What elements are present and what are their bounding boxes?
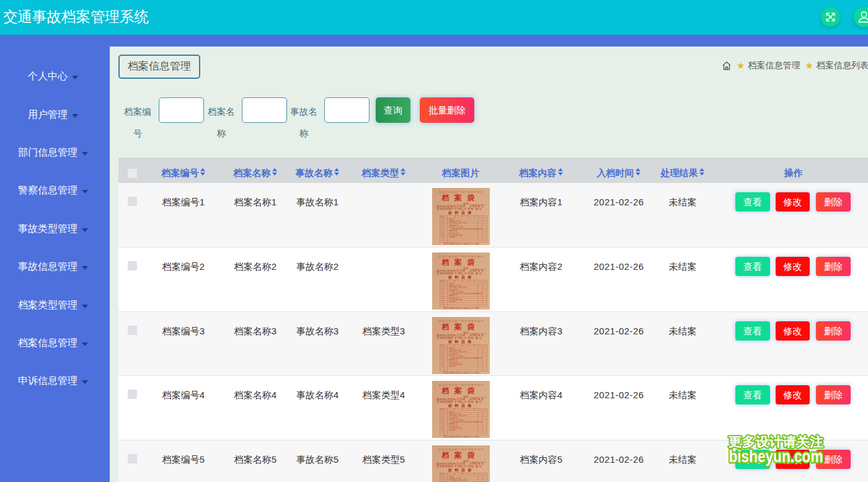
svg-text:页: 页 bbox=[479, 408, 481, 411]
svg-text:料: 料 bbox=[461, 408, 463, 411]
svg-text:称: 称 bbox=[473, 473, 475, 475]
svg-text:称: 称 bbox=[473, 280, 475, 282]
svg-text:材: 材 bbox=[453, 473, 456, 475]
svg-text:材料目录: 材料目录 bbox=[448, 403, 474, 408]
svg-text:页: 页 bbox=[479, 344, 481, 347]
svg-text:名: 名 bbox=[467, 280, 469, 282]
svg-text:名: 名 bbox=[467, 473, 469, 475]
svg-text:册 号: 册 号 bbox=[476, 400, 482, 403]
svg-text:材料目录: 材料目录 bbox=[448, 339, 474, 344]
svg-text:档案袋: 档案袋 bbox=[441, 451, 480, 460]
svg-text:称: 称 bbox=[473, 344, 475, 347]
svg-text:序 号: 序 号 bbox=[440, 280, 444, 282]
svg-text:某某市档案管理印刷厂监制出品工厂印制: 某某市档案管理印刷厂监制出品工厂印制 bbox=[443, 307, 479, 310]
svg-text:料: 料 bbox=[461, 344, 463, 347]
svg-text:注: 注 bbox=[484, 473, 486, 475]
svg-text:页: 页 bbox=[479, 473, 481, 475]
svg-text:序 号: 序 号 bbox=[440, 408, 444, 411]
svg-text:某某市档案管理印刷厂监制出品工厂印制: 某某市档案管理印刷厂监制出品工厂印制 bbox=[443, 372, 479, 374]
svg-text:档案袋: 档案袋 bbox=[441, 323, 480, 331]
svg-text:注: 注 bbox=[484, 408, 486, 411]
svg-text:某某市档案管理印刷厂监制出品工厂印制: 某某市档案管理印刷厂监制出品工厂印制 bbox=[443, 435, 479, 438]
svg-text:材料目录: 材料目录 bbox=[448, 275, 474, 280]
svg-text:称: 称 bbox=[473, 408, 475, 411]
svg-text:10: 10 bbox=[441, 365, 443, 367]
svg-text:10: 10 bbox=[441, 236, 443, 238]
svg-text:称: 称 bbox=[473, 215, 475, 218]
svg-text:某某市档案管理印刷厂监制出品工厂印制: 某某市档案管理印刷厂监制出品工厂印制 bbox=[443, 243, 479, 245]
svg-text:材: 材 bbox=[453, 408, 456, 411]
svg-text:页: 页 bbox=[479, 215, 481, 218]
svg-text:材料目录: 材料目录 bbox=[448, 210, 474, 215]
svg-text:名: 名 bbox=[467, 215, 469, 218]
svg-text:页: 页 bbox=[479, 280, 481, 282]
svg-text:册 号: 册 号 bbox=[476, 207, 482, 210]
svg-text:档案袋: 档案袋 bbox=[441, 386, 480, 395]
svg-text:材: 材 bbox=[453, 280, 456, 282]
svg-text:bisheyun.com: bisheyun.com bbox=[729, 447, 823, 466]
svg-text:其他材料: 其他材料 bbox=[449, 300, 456, 303]
svg-text:册 号: 册 号 bbox=[476, 465, 482, 468]
svg-text:材料目录: 材料目录 bbox=[448, 468, 474, 473]
svg-text:序 号: 序 号 bbox=[440, 344, 444, 347]
svg-text:名: 名 bbox=[467, 344, 469, 347]
svg-text:10: 10 bbox=[441, 300, 443, 303]
svg-text:序 号: 序 号 bbox=[440, 215, 444, 218]
svg-text:材: 材 bbox=[453, 215, 456, 218]
svg-text:档案袋: 档案袋 bbox=[441, 194, 480, 202]
svg-text:注: 注 bbox=[484, 215, 486, 218]
svg-text:册 号: 册 号 bbox=[476, 336, 482, 339]
svg-text:料: 料 bbox=[461, 280, 463, 282]
svg-text:序 号: 序 号 bbox=[440, 473, 444, 475]
svg-text:注: 注 bbox=[484, 344, 486, 347]
svg-text:名: 名 bbox=[467, 408, 469, 411]
svg-text:其他材料: 其他材料 bbox=[449, 365, 456, 367]
svg-text:注: 注 bbox=[484, 280, 486, 282]
svg-text:其他材料: 其他材料 bbox=[449, 236, 456, 238]
svg-text:其他材料: 其他材料 bbox=[449, 429, 456, 431]
svg-text:册 号: 册 号 bbox=[476, 272, 482, 275]
svg-text:材: 材 bbox=[453, 344, 456, 347]
svg-text:料: 料 bbox=[461, 473, 463, 475]
svg-text:料: 料 bbox=[461, 215, 463, 218]
svg-text:档案袋: 档案袋 bbox=[441, 258, 480, 267]
svg-text:10: 10 bbox=[441, 429, 443, 431]
